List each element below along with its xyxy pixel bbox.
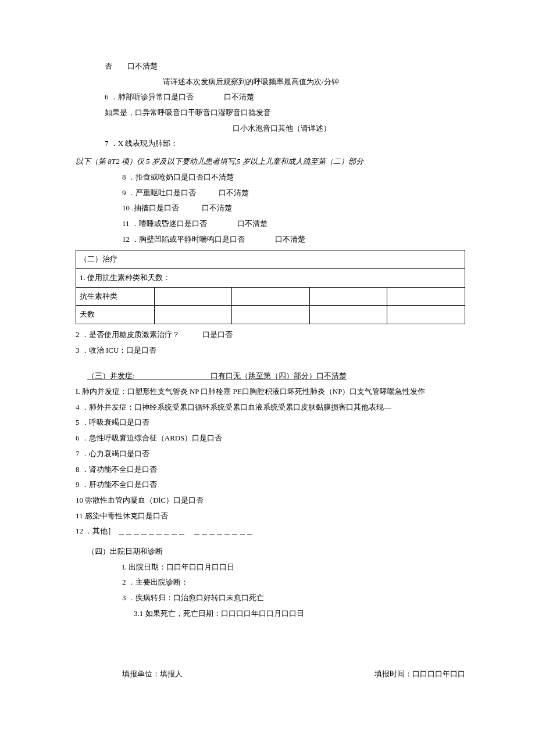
line-q11: 11 ．嗜睡或昏迷口是口否 口不清楚 [76, 217, 465, 231]
treatment-table: （二）治疗 1. 使用抗生素种类和天数： 抗生素种类 天数 [76, 250, 465, 324]
section2-item2: 2 ．是否使用糖皮质激素治疗？ 口是口否 [76, 328, 465, 342]
days-cell-1[interactable] [154, 306, 232, 324]
complication-9: 9 ．肝功能不全口是口否 [76, 478, 465, 492]
line-q8: 8 ．拒食或呛奶口是口否口不清楚 [76, 170, 465, 185]
complication-8: 8 ．肾功能不全口是口否 [76, 463, 465, 477]
section3-header: （三）并发症: 口有口无（跳至第（四）部分）口不清楚 [76, 369, 465, 384]
days-cell-4[interactable] [387, 306, 465, 324]
line-q10: 10 .抽搐口是口否 口不清楚 [76, 201, 465, 216]
antibiotic-type-label: 抗生素种类 [76, 287, 155, 306]
footer: 填报单位：填报人 填报时间：口口口口年口口 [76, 667, 465, 682]
antibiotic-type-cell-1[interactable] [154, 287, 232, 306]
section4-title: （四）出院日期和诊断 [76, 544, 465, 559]
footer-reporter: 填报单位：填报人 [122, 667, 374, 682]
discharge-date: L 出院日期：口口年口口月口口日 [76, 560, 465, 575]
antibiotic-type-cell-2[interactable] [232, 287, 310, 306]
line-q6: 6 ．肺部听诊异常口是口否 口不清楚 [76, 90, 465, 105]
antibiotic-type-cell-4[interactable] [387, 287, 465, 306]
line-q12: 12 ．胸壁凹陷或平静时喘鸣口是口否 口不清楚 [76, 232, 465, 247]
child-section-note: 以下（第 8T2 项）仅 5 岁及以下要幼儿患者填写,5 岁以上儿童和成人跳至第… [76, 155, 465, 169]
section2-item1: 1. 使用抗生素种类和天数： [76, 268, 465, 287]
line-q7: 7 ．X 线表现为肺部： [76, 137, 465, 151]
antibiotic-type-cell-3[interactable] [309, 287, 387, 306]
disease-outcome: 3 ．疾病转归：口治愈口好转口未愈口死亡 [76, 591, 465, 605]
complication-6: 6 ．急性呼吸窘迫综合征（ARDS）口是口否 [76, 431, 465, 446]
line-q6-sub: 如果是，口异常呼吸音口干啰音口湿啰音口捻发音 [76, 106, 465, 120]
complication-10: 10 弥散性血管内凝血（DlC）口是口否 [76, 493, 465, 508]
complication-4: 4 ．肺外并发症：口神经系统受累口循环系统受累口血液系统受累口皮肤黏膜损害口其他… [76, 400, 465, 415]
complication-7: 7 ．心力衰竭口是口否 [76, 447, 465, 461]
complication-11: 11 感染中毒性休克口是口否 [76, 509, 465, 524]
line-q9: 9 ．严重呕吐口是口否 口不清楚 [76, 186, 465, 200]
section2-item3: 3 ．收治 ICU：口是口否 [76, 343, 465, 358]
days-label: 天数 [76, 306, 155, 324]
complication-12: 12 ．其他］ ＿＿＿＿＿＿＿＿＿ ＿＿＿＿＿＿＿＿ [76, 524, 465, 539]
days-cell-3[interactable] [309, 306, 387, 324]
line-top2: 请详述本次发病后观察到的呼吸频率最高值为次/分钟 [76, 75, 465, 89]
footer-report-time: 填报时间：口口口口年口口 [374, 667, 465, 682]
discharge-diagnosis: 2 ．主要出院诊断： [76, 575, 465, 590]
line-top1: 否 口不清楚 [76, 59, 465, 74]
complication-5: 5 ．呼吸衰竭口是口否 [76, 415, 465, 430]
line-q6-sub2: 口小水泡音口其他（请详述） [76, 121, 465, 136]
days-cell-2[interactable] [232, 306, 310, 324]
complication-1: L 肺内并发症：口塑形性支气管炎 NP 口肺栓塞 PE口胸腔积液口坏死性肺炎（N… [76, 385, 465, 399]
section2-title: （二）治疗 [76, 250, 465, 269]
death-date: 3.1 如果死亡，死亡日期：口口口口年口口月口口日 [76, 607, 465, 621]
